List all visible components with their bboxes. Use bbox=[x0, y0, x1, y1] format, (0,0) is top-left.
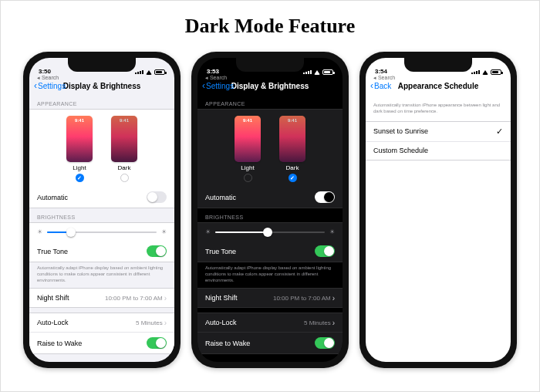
radio-selected-icon bbox=[289, 174, 297, 182]
truetone-footer: Automatically adapt iPhone display based… bbox=[197, 262, 343, 288]
appearance-label: Dark bbox=[118, 164, 131, 171]
appearance-preview-dark: 9:41 bbox=[279, 116, 305, 162]
row-label: Automatic bbox=[205, 194, 236, 201]
row-label: True Tone bbox=[205, 248, 236, 255]
row-automatic: Automatic bbox=[29, 187, 174, 208]
back-button[interactable]: ‹Settings bbox=[34, 81, 66, 90]
appearance-option-light[interactable]: 9:41 Light bbox=[66, 116, 93, 182]
screen-dark: 3:53 ◂ Search ‹Settings Display & Bright… bbox=[197, 58, 343, 362]
nav-bar: ‹Back Appearance Schedule bbox=[366, 76, 511, 95]
appearance-label: Light bbox=[241, 164, 254, 171]
phone-light: 3:50 ◂ Search ‹Settings Display & Bright… bbox=[23, 52, 181, 368]
row-label: Raise to Wake bbox=[37, 340, 82, 347]
sun-low-icon: ☀ bbox=[205, 228, 211, 235]
row-nightshift[interactable]: Night Shift 10:00 PM to 7:00 AM› bbox=[197, 289, 343, 307]
appearance-option-dark[interactable]: 9:41 Dark bbox=[111, 116, 137, 182]
row-nightshift[interactable]: Night Shift 10:00 PM to 7:00 AM› bbox=[29, 289, 174, 307]
brightness-slider-row: ☀ ☀ bbox=[29, 223, 174, 241]
notch bbox=[404, 58, 472, 72]
row-value: 10:00 PM to 7:00 AM bbox=[273, 295, 331, 302]
appearance-options: 9:41 Light 9:41 Dark bbox=[29, 110, 174, 187]
appearance-label: Light bbox=[73, 164, 86, 171]
row-label: Sunset to Sunrise bbox=[373, 127, 428, 135]
appearance-preview-light: 9:41 bbox=[235, 116, 261, 162]
status-time: 3:50 bbox=[39, 68, 51, 75]
row-label: Auto-Lock bbox=[37, 319, 69, 326]
sun-high-icon: ☀ bbox=[329, 228, 335, 235]
row-label: Night Shift bbox=[205, 294, 238, 302]
appearance-options: 9:41 Light 9:41 Dark bbox=[197, 110, 343, 187]
signal-icon bbox=[303, 70, 312, 74]
nav-title: Display & Brightness bbox=[63, 82, 141, 90]
brightness-slider[interactable] bbox=[215, 231, 325, 233]
screen-light: 3:50 ◂ Search ‹Settings Display & Bright… bbox=[29, 58, 174, 362]
appearance-option-light[interactable]: 9:41 Light bbox=[235, 116, 261, 182]
raise-switch[interactable] bbox=[315, 337, 335, 349]
row-label: Auto-Lock bbox=[205, 319, 237, 326]
checkmark-icon: ✓ bbox=[496, 127, 503, 137]
radio-selected-icon bbox=[76, 174, 84, 182]
row-truetone: True Tone bbox=[197, 241, 343, 262]
row-label: Custom Schedule bbox=[373, 147, 428, 154]
section-brightness-label: BRIGHTNESS bbox=[29, 208, 174, 222]
truetone-switch[interactable] bbox=[315, 245, 335, 257]
notch bbox=[236, 58, 304, 72]
appearance-preview-dark: 9:41 bbox=[111, 116, 137, 162]
nav-title: Display & Brightness bbox=[231, 82, 309, 90]
automatic-switch[interactable] bbox=[147, 191, 167, 203]
chevron-right-icon: › bbox=[164, 319, 167, 327]
appearance-option-dark[interactable]: 9:41 Dark bbox=[279, 116, 305, 182]
battery-icon bbox=[154, 69, 165, 75]
signal-icon bbox=[135, 70, 143, 74]
raise-switch[interactable] bbox=[147, 337, 167, 349]
row-label: Raise to Wake bbox=[205, 340, 250, 347]
screen-schedule: 3:54 ◂ Search ‹Back Appearance Schedule … bbox=[366, 58, 511, 362]
row-label: Night Shift bbox=[37, 294, 69, 302]
phone-schedule: 3:54 ◂ Search ‹Back Appearance Schedule … bbox=[359, 52, 517, 368]
nav-title: Appearance Schedule bbox=[398, 82, 478, 90]
back-button[interactable]: ‹Settings bbox=[202, 81, 234, 90]
row-truetone: True Tone bbox=[29, 241, 174, 262]
row-value: 5 Minutes bbox=[304, 319, 331, 326]
row-sunset-sunrise[interactable]: Sunset to Sunrise ✓ bbox=[366, 122, 511, 141]
brightness-slider[interactable] bbox=[47, 231, 157, 233]
row-value: 10:00 PM to 7:00 AM bbox=[105, 295, 163, 302]
chevron-left-icon: ‹ bbox=[34, 81, 37, 90]
section-appearance-label: APPEARANCE bbox=[29, 95, 174, 109]
radio-unselected-icon bbox=[244, 174, 252, 182]
row-custom-schedule[interactable]: Custom Schedule bbox=[366, 141, 511, 160]
phones-row: 3:50 ◂ Search ‹Settings Display & Bright… bbox=[1, 52, 539, 368]
chevron-left-icon: ‹ bbox=[370, 81, 373, 90]
row-automatic: Automatic bbox=[197, 187, 343, 208]
section-appearance-label: APPEARANCE bbox=[197, 95, 343, 109]
automatic-switch[interactable] bbox=[315, 191, 335, 203]
row-autolock[interactable]: Auto-Lock 5 Minutes› bbox=[29, 313, 174, 332]
chevron-right-icon: › bbox=[164, 294, 167, 302]
page-title: Dark Mode Feature bbox=[1, 1, 539, 52]
row-autolock[interactable]: Auto-Lock 5 Minutes› bbox=[197, 313, 343, 332]
signal-icon bbox=[471, 70, 480, 74]
phone-dark: 3:53 ◂ Search ‹Settings Display & Bright… bbox=[191, 52, 349, 368]
appearance-preview-light: 9:41 bbox=[66, 116, 93, 162]
status-time: 3:53 bbox=[207, 68, 219, 75]
row-raise-to-wake: Raise to Wake bbox=[29, 332, 174, 353]
back-button[interactable]: ‹Back bbox=[370, 81, 391, 90]
brightness-slider-row: ☀ ☀ bbox=[197, 223, 343, 241]
schedule-header-note: Automatically transition iPhone appearan… bbox=[366, 95, 511, 121]
battery-icon bbox=[322, 69, 333, 75]
wifi-icon bbox=[482, 70, 488, 75]
chevron-right-icon: › bbox=[332, 319, 335, 327]
row-label: True Tone bbox=[37, 248, 68, 255]
row-raise-to-wake: Raise to Wake bbox=[197, 332, 343, 353]
battery-icon bbox=[491, 69, 501, 75]
truetone-footer: Automatically adapt iPhone display based… bbox=[29, 262, 174, 288]
row-value: 5 Minutes bbox=[136, 319, 163, 326]
chevron-right-icon: › bbox=[332, 294, 335, 302]
radio-unselected-icon bbox=[120, 174, 129, 182]
appearance-label: Dark bbox=[286, 164, 299, 171]
notch bbox=[68, 58, 136, 72]
status-time: 3:54 bbox=[375, 68, 387, 75]
chevron-left-icon: ‹ bbox=[202, 81, 205, 90]
truetone-switch[interactable] bbox=[147, 245, 167, 257]
nav-bar: ‹Settings Display & Brightness bbox=[29, 76, 174, 95]
